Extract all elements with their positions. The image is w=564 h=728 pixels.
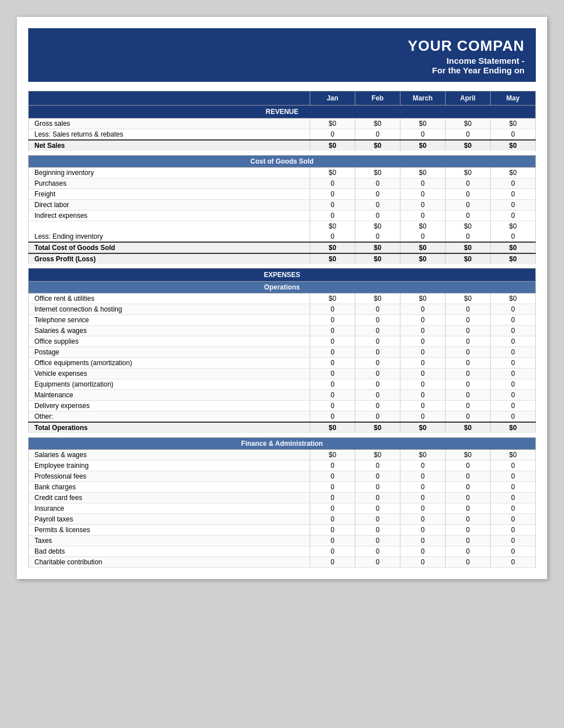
table-row: Other: 0 0 0 0 0: [29, 411, 536, 423]
total-operations-row: Total Operations $0 $0 $0 $0 $0: [29, 422, 536, 433]
table-row: Payroll taxes 0 0 0 0 0: [29, 514, 536, 524]
cogs-section-header: Cost of Goods Sold: [29, 155, 536, 167]
cell-jan: $0: [310, 140, 355, 151]
col-april: April: [446, 91, 491, 106]
cogs-title: Cost of Goods Sold: [29, 155, 536, 167]
row-label: Net Sales: [29, 140, 310, 151]
row-label: Gross sales: [29, 119, 310, 129]
row-label: Less: Ending inventory: [29, 231, 310, 242]
cell-march: $0: [400, 119, 446, 129]
table-row: Permits & licenses 0 0 0 0 0: [29, 524, 536, 535]
cell-jan: $0: [310, 119, 355, 129]
row-label: Indirect expenses: [29, 210, 310, 221]
table-row: Maintenance 0 0 0 0 0: [29, 390, 536, 401]
spacer: [29, 264, 536, 269]
cell-may: 0: [491, 129, 536, 141]
net-sales-row: Net Sales $0 $0 $0 $0 $0: [29, 140, 536, 151]
table-row: Insurance 0 0 0 0 0: [29, 503, 536, 514]
table-row: Direct labor 0 0 0 0 0: [29, 199, 536, 210]
gross-profit-row: Gross Profit (Loss) $0 $0 $0 $0 $0: [29, 253, 536, 264]
row-label: Less: Sales returns & rebates: [29, 129, 310, 141]
row-label: Direct labor: [29, 199, 310, 210]
table-row: Internet connection & hosting 0 0 0 0 0: [29, 304, 536, 315]
table-row: Bank charges 0 0 0 0 0: [29, 481, 536, 492]
column-headers: Jan Feb March April May: [29, 91, 536, 106]
table-row: Purchases 0 0 0 0 0: [29, 178, 536, 188]
table-row: Taxes 0 0 0 0 0: [29, 535, 536, 546]
table-row: Office supplies 0 0 0 0 0: [29, 336, 536, 347]
table-row: Charitable contribution 0 0 0 0 0: [29, 556, 536, 567]
operations-subsection-header: Operations: [29, 282, 536, 293]
table-row: Indirect expenses 0 0 0 0 0: [29, 210, 536, 221]
row-label: Freight: [29, 188, 310, 199]
table-row: Telephone service 0 0 0 0 0: [29, 315, 536, 326]
table-row: Delivery expenses 0 0 0 0 0: [29, 401, 536, 411]
expenses-title: EXPENSES: [29, 269, 536, 282]
table-row: Office rent & utilities $0 $0 $0 $0 $0: [29, 293, 536, 304]
col-march: March: [400, 91, 446, 106]
row-label: Purchases: [29, 178, 310, 188]
row-label: Total Cost of Goods Sold: [29, 242, 310, 253]
row-label: Beginning inventory: [29, 167, 310, 178]
report-header: YOUR COMPAN Income Statement - For the Y…: [28, 28, 536, 82]
revenue-section-header: REVENUE: [29, 106, 536, 119]
table-row: Freight 0 0 0 0 0: [29, 188, 536, 199]
col-feb: Feb: [355, 91, 400, 106]
spacer: [29, 151, 536, 155]
report-title: Income Statement -: [39, 56, 525, 65]
cell-feb: $0: [355, 119, 400, 129]
income-statement-table: Jan Feb March April May REVENUE Gross sa…: [28, 91, 536, 568]
table-row: Professional fees 0 0 0 0 0: [29, 471, 536, 481]
company-name: YOUR COMPAN: [39, 37, 525, 55]
table-row: Equipments (amortization) 0 0 0 0 0: [29, 379, 536, 390]
cell-april: $0: [446, 119, 491, 129]
spacer: [29, 433, 536, 437]
table-row: Bad debts 0 0 0 0 0: [29, 546, 536, 556]
table-row: Salaries & wages 0 0 0 0 0: [29, 326, 536, 336]
expenses-section-header: EXPENSES: [29, 269, 536, 282]
cell-march: $0: [400, 140, 446, 151]
table-row: Less: Sales returns & rebates 0 0 0 0 0: [29, 129, 536, 141]
cell-may: $0: [491, 140, 536, 151]
table-row: Credit card fees 0 0 0 0 0: [29, 492, 536, 503]
cell-may: $0: [491, 119, 536, 129]
cell-march: 0: [400, 129, 446, 141]
table-row: Beginning inventory $0 $0 $0 $0 $0: [29, 167, 536, 178]
cell-jan: 0: [310, 129, 355, 141]
total-cogs-row: Total Cost of Goods Sold $0 $0 $0 $0 $0: [29, 242, 536, 253]
cell-feb: $0: [355, 140, 400, 151]
col-jan: Jan: [310, 91, 355, 106]
table-row: Salaries & wages $0 $0 $0 $0 $0: [29, 449, 536, 460]
cell-april: 0: [446, 129, 491, 141]
less-ending-inventory-row: Less: Ending inventory 0 0 0 0 0: [29, 231, 536, 242]
cell-april: $0: [446, 140, 491, 151]
cogs-subtotal-row: $0 $0 $0 $0 $0: [29, 221, 536, 231]
revenue-title: REVENUE: [29, 106, 536, 119]
table-row: Office equipments (amortization) 0 0 0 0…: [29, 358, 536, 369]
table-row: Gross sales $0 $0 $0 $0 $0: [29, 119, 536, 129]
operations-title: Operations: [29, 282, 536, 293]
report-date: For the Year Ending on: [39, 65, 525, 75]
table-row: Vehicle expenses 0 0 0 0 0: [29, 369, 536, 379]
cell-feb: 0: [355, 129, 400, 141]
row-label: Gross Profit (Loss): [29, 253, 310, 264]
table-row: Postage 0 0 0 0 0: [29, 347, 536, 358]
finance-subsection-header: Finance & Administration: [29, 437, 536, 449]
table-row: Employee training 0 0 0 0 0: [29, 460, 536, 471]
finance-title: Finance & Administration: [29, 437, 536, 449]
col-may: May: [491, 91, 536, 106]
page: YOUR COMPAN Income Statement - For the Y…: [17, 17, 547, 579]
col-label: [29, 91, 310, 106]
